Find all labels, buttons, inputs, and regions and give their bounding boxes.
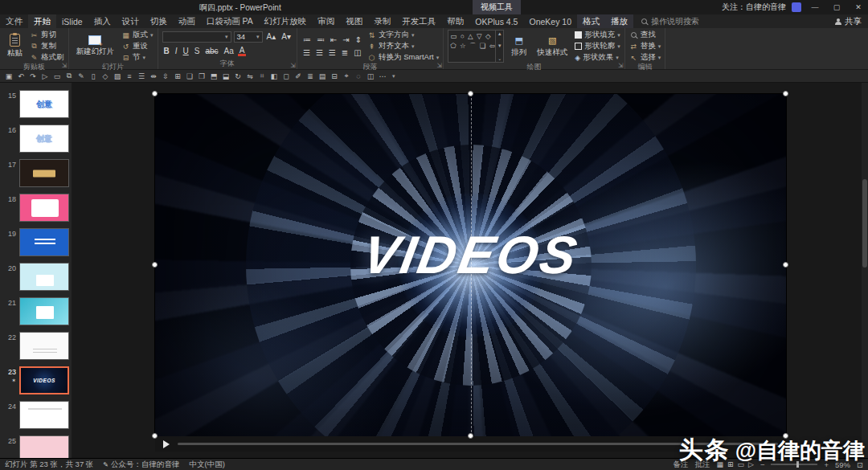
zoom-icon[interactable]: ◌ (353, 71, 364, 82)
tab-design[interactable]: 设计 (117, 14, 145, 28)
tab-file[interactable]: 文件 (0, 14, 28, 28)
fill-color-icon[interactable]: ◧ (268, 71, 280, 82)
outline-color-icon[interactable]: ◻ (280, 71, 292, 82)
slide-thumbnail[interactable]: 25 (0, 435, 69, 458)
paragraph-dialog-launcher[interactable]: ⇲ (437, 62, 443, 69)
tab-video-playback[interactable]: 播放 (605, 14, 633, 28)
vertical-scrollbar[interactable] (862, 83, 868, 458)
align-left-icon[interactable]: ≡ (124, 71, 135, 82)
underline-button[interactable]: U (182, 47, 190, 55)
new-slide-button[interactable]: 新建幻灯片 (73, 30, 118, 63)
distribute-vertical-icon[interactable]: ⇳ (160, 71, 171, 82)
gallery-expand-icon[interactable]: ⌄ (497, 55, 502, 61)
tab-home[interactable]: 开始 (28, 14, 56, 28)
paste-button[interactable]: 粘贴 (4, 30, 26, 63)
selection-pane-icon[interactable]: ▤ (317, 71, 328, 82)
animation-pane-icon[interactable]: ≣ (305, 71, 316, 82)
bring-forward-icon[interactable]: ⬒ (208, 71, 219, 82)
font-dialog-launcher[interactable]: ⇲ (290, 62, 296, 69)
slide-thumbnail[interactable]: 18 (0, 194, 69, 222)
tab-islide[interactable]: iSlide (56, 14, 88, 28)
shrink-font-button[interactable]: A▾ (280, 32, 293, 41)
qat-customize-button[interactable]: ▾ (392, 73, 395, 80)
close-button[interactable]: ✕ (850, 0, 866, 14)
maximize-button[interactable]: ▢ (829, 0, 845, 14)
slide-thumbnail-selected[interactable]: 23✶ VIDEOS (0, 366, 69, 394)
scroll-up-icon[interactable]: ▲ (497, 31, 502, 36)
insert-picture-icon[interactable]: ▨ (112, 71, 123, 82)
resize-handle-middle-right[interactable] (783, 262, 788, 268)
tab-review[interactable]: 审阅 (312, 14, 340, 28)
clipboard-dialog-launcher[interactable]: ⇲ (62, 62, 68, 69)
slide-thumbnail[interactable]: 24 (0, 401, 69, 429)
resize-handle-middle-left[interactable] (152, 262, 158, 268)
tab-help[interactable]: 帮助 (441, 14, 469, 28)
convert-smartart-button[interactable]: ⬡转换为 SmartArt▾ (367, 52, 439, 63)
play-button[interactable] (163, 440, 170, 448)
cut-button[interactable]: ✂剪切 (30, 30, 64, 40)
tab-animations[interactable]: 动画 (173, 14, 201, 28)
copy-button[interactable]: ⧉复制 (30, 41, 64, 51)
tab-view[interactable]: 视图 (340, 14, 368, 28)
flip-horizontal-icon[interactable]: ⇋ (244, 71, 256, 82)
slide-thumbnail[interactable]: 21 (0, 297, 69, 325)
quick-styles-button[interactable]: ▧ 快速样式 (534, 30, 571, 63)
slide-thumbnail[interactable]: 20 (0, 263, 69, 291)
slide-thumbnail[interactable]: 19 (0, 228, 69, 256)
layout-button[interactable]: ▦版式▾ (121, 30, 154, 40)
crop-icon[interactable]: ⌗ (256, 71, 268, 82)
shapes-row-2[interactable]: ⬠ ☆ ⌒ ❏ ⇦ (450, 41, 493, 51)
copy-icon[interactable]: ⧉ (63, 71, 75, 82)
bullets-button[interactable]: ≔ (301, 35, 313, 44)
slide-thumbnail[interactable]: 22 (0, 332, 69, 360)
minimize-button[interactable]: — (807, 0, 823, 14)
resize-handle-top-right[interactable] (783, 91, 788, 96)
slide-thumbnail-panel[interactable]: 15 创意 16 创意 17 18 19 20 (0, 83, 72, 458)
find-button[interactable]: 查找 (629, 30, 661, 40)
align-center-icon[interactable]: ☰ (136, 71, 147, 82)
scroll-down-icon[interactable]: ▼ (497, 43, 502, 48)
strikethrough-button[interactable]: abc (203, 47, 219, 55)
tab-transitions[interactable]: 切换 (145, 14, 173, 28)
ungroup-icon[interactable]: ❐ (196, 71, 207, 82)
slide-thumbnail[interactable]: 15 创意 (0, 90, 69, 118)
undo-icon[interactable]: ↶ (15, 71, 27, 82)
select-button[interactable]: ↖选择▾ (629, 52, 661, 63)
shapes-gallery-scroll[interactable]: ▲ ▼ ⌄ (495, 31, 503, 62)
font-name-select[interactable]: ▾ (162, 31, 231, 43)
new-slide-icon[interactable]: ▭ (51, 71, 63, 82)
align-right-button[interactable]: ☰ (327, 48, 338, 57)
merge-shapes-icon[interactable]: ◫ (365, 71, 376, 82)
slide-thumbnail[interactable]: 17 (0, 159, 69, 187)
font-size-select[interactable]: 34▾ (234, 31, 263, 43)
resize-handle-top-left[interactable] (152, 91, 158, 96)
share-button[interactable]: 共享 (835, 14, 862, 28)
tab-okplus[interactable]: OKPlus 4.5 (469, 14, 523, 28)
distribute-horizontal-icon[interactable]: ⇹ (148, 71, 159, 82)
justify-button[interactable]: ≣ (340, 48, 350, 57)
eyedropper-icon[interactable]: ✐ (293, 71, 304, 82)
guides-icon[interactable]: ⌖ (341, 71, 352, 82)
line-spacing-button[interactable]: ⇕ (354, 35, 363, 44)
tab-developer[interactable]: 开发工具 (396, 14, 441, 28)
numbering-button[interactable]: ≕ (315, 35, 326, 44)
resize-handle-bottom-left[interactable] (152, 433, 158, 439)
tab-slideshow[interactable]: 幻灯片放映 (259, 14, 313, 28)
scrollbar-thumb[interactable] (862, 179, 867, 268)
arrange-button[interactable]: ⬒ 排列 (508, 30, 530, 63)
text-direction-button[interactable]: ⇅文字方向▾ (367, 30, 439, 40)
tab-insert[interactable]: 插入 (88, 14, 117, 28)
tab-record[interactable]: 录制 (368, 14, 396, 28)
start-slideshow-icon[interactable]: ▷ (39, 71, 51, 82)
text-box-icon[interactable]: ▯ (88, 71, 99, 82)
redo-icon[interactable]: ↷ (27, 71, 39, 82)
reset-button[interactable]: ↺重设 (121, 41, 154, 51)
shapes-row-1[interactable]: ▭ ○ △ ▽ ◇ (450, 31, 493, 41)
shape-fill-button[interactable]: 形状填充▾ (575, 30, 620, 40)
shape-outline-button[interactable]: 形状轮廓▾ (575, 41, 620, 51)
rotate-icon[interactable]: ↻ (232, 71, 244, 82)
italic-button[interactable]: I (174, 47, 179, 55)
increase-indent-button[interactable]: ⇥ (341, 35, 350, 44)
section-button[interactable]: ⊟节▾ (121, 52, 154, 63)
text-shadow-button[interactable]: S (193, 47, 202, 55)
